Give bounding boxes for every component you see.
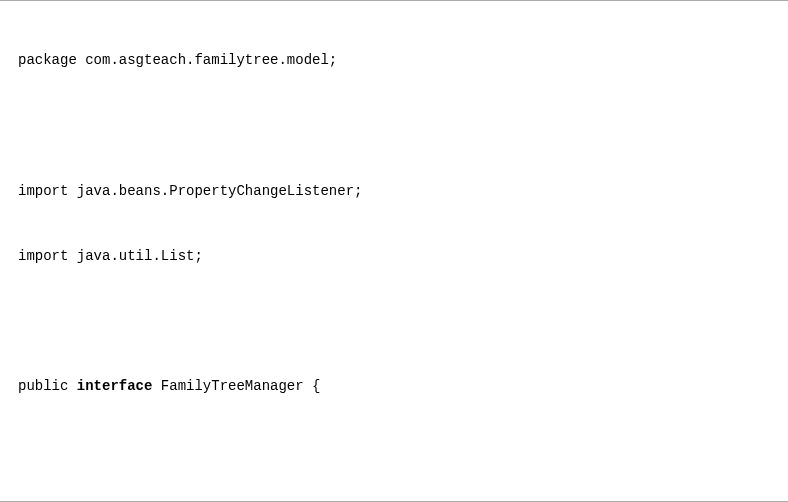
import-statement: import java.util.List; xyxy=(18,246,770,268)
class-name: FamilyTreeManager { xyxy=(152,378,320,394)
blank-line xyxy=(18,311,770,333)
keyword-public: public xyxy=(18,378,77,394)
interface-declaration: public interface FamilyTreeManager { xyxy=(18,376,770,398)
blank-line xyxy=(18,115,770,137)
import-statement: import java.beans.PropertyChangeListener… xyxy=(18,181,770,203)
blank-line xyxy=(18,441,770,463)
package-declaration: package com.asgteach.familytree.model; xyxy=(18,50,770,72)
code-listing: package com.asgteach.familytree.model; i… xyxy=(18,7,770,502)
keyword-interface: interface xyxy=(77,378,153,394)
